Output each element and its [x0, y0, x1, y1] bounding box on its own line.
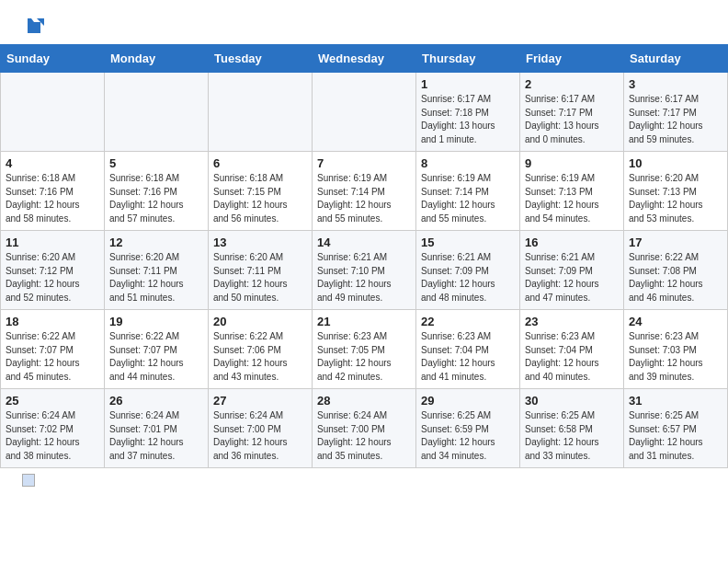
day-number: 9 — [525, 156, 619, 170]
col-header-tuesday: Tuesday — [209, 45, 313, 73]
day-cell: 5Sunrise: 6:18 AM Sunset: 7:16 PM Daylig… — [105, 152, 209, 231]
day-number: 7 — [317, 156, 411, 170]
day-info: Sunrise: 6:17 AM Sunset: 7:18 PM Dayligh… — [421, 94, 495, 144]
day-number: 15 — [421, 236, 515, 249]
col-header-sunday: Sunday — [1, 45, 105, 73]
day-number: 29 — [421, 394, 515, 408]
day-number: 2 — [525, 77, 619, 91]
day-info: Sunrise: 6:17 AM Sunset: 7:17 PM Dayligh… — [629, 94, 703, 144]
day-cell: 12Sunrise: 6:20 AM Sunset: 7:11 PM Dayli… — [105, 231, 209, 310]
day-number: 24 — [629, 315, 722, 328]
day-cell: 15Sunrise: 6:21 AM Sunset: 7:09 PM Dayli… — [416, 231, 520, 310]
day-cell: 4Sunrise: 6:18 AM Sunset: 7:16 PM Daylig… — [1, 152, 105, 231]
calendar-header: SundayMondayTuesdayWednesdayThursdayFrid… — [1, 45, 728, 73]
day-info: Sunrise: 6:25 AM Sunset: 6:57 PM Dayligh… — [629, 410, 703, 461]
day-number: 27 — [213, 394, 307, 408]
day-info: Sunrise: 6:21 AM Sunset: 7:09 PM Dayligh… — [525, 252, 599, 303]
day-number: 13 — [213, 236, 307, 249]
day-number: 4 — [6, 156, 99, 170]
day-info: Sunrise: 6:23 AM Sunset: 7:04 PM Dayligh… — [525, 331, 599, 382]
day-number: 16 — [525, 236, 619, 249]
day-info: Sunrise: 6:20 AM Sunset: 7:12 PM Dayligh… — [6, 252, 80, 303]
day-info: Sunrise: 6:21 AM Sunset: 7:09 PM Dayligh… — [421, 252, 495, 303]
day-cell: 23Sunrise: 6:23 AM Sunset: 7:04 PM Dayli… — [520, 310, 624, 389]
day-cell: 27Sunrise: 6:24 AM Sunset: 7:00 PM Dayli… — [209, 389, 313, 468]
day-number: 8 — [421, 156, 515, 170]
day-info: Sunrise: 6:19 AM Sunset: 7:14 PM Dayligh… — [421, 173, 495, 224]
day-info: Sunrise: 6:18 AM Sunset: 7:16 PM Dayligh… — [109, 173, 184, 224]
day-info: Sunrise: 6:20 AM Sunset: 7:13 PM Dayligh… — [629, 173, 703, 224]
day-info: Sunrise: 6:18 AM Sunset: 7:15 PM Dayligh… — [213, 173, 288, 224]
day-info: Sunrise: 6:22 AM Sunset: 7:07 PM Dayligh… — [109, 331, 184, 382]
day-info: Sunrise: 6:18 AM Sunset: 7:16 PM Dayligh… — [6, 173, 80, 224]
week-row-1: 1Sunrise: 6:17 AM Sunset: 7:18 PM Daylig… — [1, 73, 728, 152]
day-info: Sunrise: 6:23 AM Sunset: 7:04 PM Dayligh… — [421, 331, 495, 382]
day-number: 14 — [317, 236, 411, 249]
day-cell: 8Sunrise: 6:19 AM Sunset: 7:14 PM Daylig… — [416, 152, 520, 231]
day-info: Sunrise: 6:22 AM Sunset: 7:06 PM Dayligh… — [213, 331, 288, 382]
day-cell: 13Sunrise: 6:20 AM Sunset: 7:11 PM Dayli… — [209, 231, 313, 310]
week-row-5: 25Sunrise: 6:24 AM Sunset: 7:02 PM Dayli… — [1, 389, 728, 468]
day-cell: 25Sunrise: 6:24 AM Sunset: 7:02 PM Dayli… — [1, 389, 105, 468]
calendar-table: SundayMondayTuesdayWednesdayThursdayFrid… — [0, 44, 728, 468]
calendar-body: 1Sunrise: 6:17 AM Sunset: 7:18 PM Daylig… — [1, 73, 728, 468]
day-number: 20 — [213, 315, 307, 328]
day-cell: 28Sunrise: 6:24 AM Sunset: 7:00 PM Dayli… — [313, 389, 416, 468]
day-number: 18 — [6, 315, 99, 328]
day-cell: 30Sunrise: 6:25 AM Sunset: 6:58 PM Dayli… — [520, 389, 624, 468]
day-cell: 10Sunrise: 6:20 AM Sunset: 7:13 PM Dayli… — [624, 152, 728, 231]
week-row-4: 18Sunrise: 6:22 AM Sunset: 7:07 PM Dayli… — [1, 310, 728, 389]
day-info: Sunrise: 6:19 AM Sunset: 7:14 PM Dayligh… — [317, 173, 392, 224]
day-info: Sunrise: 6:21 AM Sunset: 7:10 PM Dayligh… — [317, 252, 392, 303]
day-number: 12 — [109, 236, 203, 249]
day-cell: 19Sunrise: 6:22 AM Sunset: 7:07 PM Dayli… — [105, 310, 209, 389]
day-cell — [105, 73, 209, 152]
col-header-monday: Monday — [105, 45, 209, 73]
day-cell: 1Sunrise: 6:17 AM Sunset: 7:18 PM Daylig… — [416, 73, 520, 152]
col-header-friday: Friday — [520, 45, 624, 73]
day-number: 3 — [629, 77, 722, 91]
day-info: Sunrise: 6:20 AM Sunset: 7:11 PM Dayligh… — [109, 252, 184, 303]
day-number: 6 — [213, 156, 307, 170]
day-cell: 17Sunrise: 6:22 AM Sunset: 7:08 PM Dayli… — [624, 231, 728, 310]
day-cell: 29Sunrise: 6:25 AM Sunset: 6:59 PM Dayli… — [416, 389, 520, 468]
day-number: 19 — [109, 315, 203, 328]
day-number: 23 — [525, 315, 619, 328]
day-info: Sunrise: 6:17 AM Sunset: 7:17 PM Dayligh… — [525, 94, 599, 144]
day-cell: 3Sunrise: 6:17 AM Sunset: 7:17 PM Daylig… — [624, 73, 728, 152]
day-number: 10 — [629, 156, 722, 170]
day-info: Sunrise: 6:24 AM Sunset: 7:00 PM Dayligh… — [317, 410, 392, 461]
day-info: Sunrise: 6:25 AM Sunset: 6:59 PM Dayligh… — [421, 410, 495, 461]
day-number: 21 — [317, 315, 411, 328]
day-info: Sunrise: 6:19 AM Sunset: 7:13 PM Dayligh… — [525, 173, 599, 224]
day-number: 17 — [629, 236, 722, 249]
logo-text — [22, 17, 44, 37]
day-cell — [313, 73, 416, 152]
day-number: 30 — [525, 394, 619, 408]
day-cell: 18Sunrise: 6:22 AM Sunset: 7:07 PM Dayli… — [1, 310, 105, 389]
logo — [22, 17, 44, 37]
day-info: Sunrise: 6:25 AM Sunset: 6:58 PM Dayligh… — [525, 410, 599, 461]
day-cell: 6Sunrise: 6:18 AM Sunset: 7:15 PM Daylig… — [209, 152, 313, 231]
day-cell: 24Sunrise: 6:23 AM Sunset: 7:03 PM Dayli… — [624, 310, 728, 389]
day-cell: 22Sunrise: 6:23 AM Sunset: 7:04 PM Dayli… — [416, 310, 520, 389]
day-cell: 16Sunrise: 6:21 AM Sunset: 7:09 PM Dayli… — [520, 231, 624, 310]
col-header-saturday: Saturday — [624, 45, 728, 73]
day-number: 5 — [109, 156, 203, 170]
header-row: SundayMondayTuesdayWednesdayThursdayFrid… — [1, 45, 728, 73]
day-number: 1 — [421, 77, 515, 91]
day-cell: 7Sunrise: 6:19 AM Sunset: 7:14 PM Daylig… — [313, 152, 416, 231]
page-header — [0, 0, 728, 44]
day-info: Sunrise: 6:24 AM Sunset: 7:01 PM Dayligh… — [109, 410, 184, 461]
day-info: Sunrise: 6:20 AM Sunset: 7:11 PM Dayligh… — [213, 252, 288, 303]
day-info: Sunrise: 6:23 AM Sunset: 7:03 PM Dayligh… — [629, 331, 703, 382]
day-cell: 21Sunrise: 6:23 AM Sunset: 7:05 PM Dayli… — [313, 310, 416, 389]
day-number: 28 — [317, 394, 411, 408]
day-cell: 14Sunrise: 6:21 AM Sunset: 7:10 PM Dayli… — [313, 231, 416, 310]
logo-icon — [24, 17, 44, 37]
day-cell: 2Sunrise: 6:17 AM Sunset: 7:17 PM Daylig… — [520, 73, 624, 152]
week-row-3: 11Sunrise: 6:20 AM Sunset: 7:12 PM Dayli… — [1, 231, 728, 310]
day-number: 11 — [6, 236, 99, 249]
day-info: Sunrise: 6:24 AM Sunset: 7:02 PM Dayligh… — [6, 410, 80, 461]
day-cell: 11Sunrise: 6:20 AM Sunset: 7:12 PM Dayli… — [1, 231, 105, 310]
